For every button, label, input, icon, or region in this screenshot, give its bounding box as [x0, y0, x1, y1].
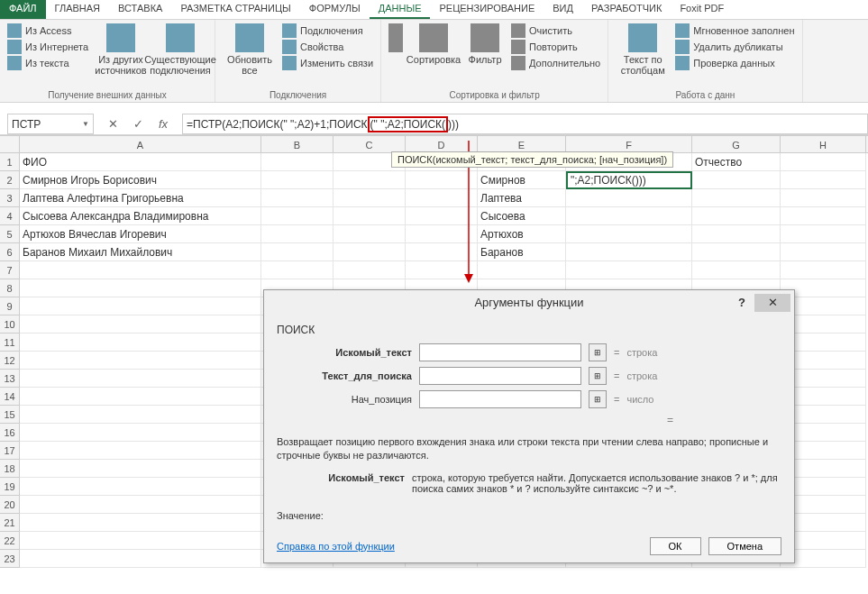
- row-header[interactable]: 7: [0, 261, 20, 279]
- row-header[interactable]: 2: [0, 171, 20, 189]
- cell[interactable]: Смирнов: [478, 171, 566, 189]
- cell[interactable]: [20, 514, 261, 532]
- sort-az[interactable]: [388, 23, 403, 38]
- col-header-C[interactable]: C: [333, 136, 406, 152]
- cell[interactable]: [20, 550, 261, 568]
- col-header-G[interactable]: G: [692, 136, 781, 152]
- cell[interactable]: [566, 261, 692, 279]
- cell[interactable]: [333, 171, 406, 189]
- cell[interactable]: [692, 171, 781, 189]
- cell[interactable]: [333, 261, 406, 279]
- select-all-corner[interactable]: [0, 136, 20, 152]
- row-header[interactable]: 4: [0, 207, 20, 225]
- ok-button[interactable]: ОК: [650, 537, 701, 555]
- cell[interactable]: [20, 424, 261, 442]
- cell[interactable]: [692, 261, 781, 279]
- arg3-range-btn[interactable]: ⊞: [589, 390, 607, 408]
- from-text[interactable]: Из текста: [7, 56, 88, 70]
- chevron-down-icon[interactable]: ▼: [82, 120, 89, 128]
- tab-formulas[interactable]: ФОРМУЛЫ: [300, 0, 370, 19]
- cell[interactable]: [333, 207, 406, 225]
- row-header[interactable]: 15: [0, 406, 20, 424]
- col-header-H[interactable]: H: [781, 136, 866, 152]
- cell[interactable]: [20, 460, 261, 478]
- row-header[interactable]: 21: [0, 514, 20, 532]
- cell[interactable]: ФИО: [20, 153, 261, 171]
- arg3-input[interactable]: [419, 390, 581, 408]
- cell[interactable]: ";A2;ПОИСК())): [566, 171, 692, 189]
- cell[interactable]: [406, 261, 478, 279]
- cell[interactable]: [261, 189, 333, 207]
- formula-input[interactable]: =ПСТР(A2;ПОИСК(" ";A2)+1;ПОИСК(" ";A2;ПО…: [182, 114, 868, 134]
- col-header-A[interactable]: A: [20, 136, 261, 152]
- cell[interactable]: [781, 261, 866, 279]
- col-header-B[interactable]: B: [261, 136, 333, 152]
- cell[interactable]: [20, 406, 261, 424]
- cell[interactable]: [261, 243, 333, 261]
- cell[interactable]: [692, 243, 781, 261]
- cell[interactable]: Лаптева: [478, 189, 566, 207]
- data-validation[interactable]: Проверка данных: [675, 56, 794, 70]
- cell[interactable]: [781, 207, 866, 225]
- cell[interactable]: [406, 171, 478, 189]
- cell[interactable]: [566, 207, 692, 225]
- cell[interactable]: [781, 153, 866, 171]
- remove-dup[interactable]: Удалить дубликаты: [675, 40, 794, 54]
- sort-btn[interactable]: Сортировка: [408, 23, 459, 65]
- cell[interactable]: Сысоева Александра Владимировна: [20, 207, 261, 225]
- connections[interactable]: Подключения: [282, 23, 373, 38]
- row-header[interactable]: 5: [0, 225, 20, 243]
- cell[interactable]: [692, 225, 781, 243]
- row-header[interactable]: 6: [0, 243, 20, 261]
- row-header[interactable]: 18: [0, 460, 20, 478]
- cell[interactable]: [20, 261, 261, 279]
- flash-fill[interactable]: Мгновенное заполнен: [675, 23, 794, 38]
- tab-view[interactable]: ВИД: [544, 0, 582, 19]
- dialog-help-link[interactable]: Справка по этой функции: [277, 541, 395, 552]
- cell[interactable]: Артюхов: [478, 225, 566, 243]
- existing-conn[interactable]: Существующие подключения: [153, 23, 207, 76]
- row-header[interactable]: 10: [0, 315, 20, 334]
- cell[interactable]: Смирнов Игорь Борисович: [20, 171, 261, 189]
- cell[interactable]: [781, 225, 866, 243]
- cell[interactable]: Сысоева: [478, 207, 566, 225]
- row-header[interactable]: 1: [0, 153, 20, 171]
- advanced-filter[interactable]: Дополнительно: [511, 56, 600, 70]
- edit-links[interactable]: Изменить связи: [282, 56, 373, 70]
- insert-function[interactable]: fx: [155, 116, 171, 133]
- row-header[interactable]: 14: [0, 388, 20, 406]
- dialog-close-button[interactable]: ✕: [754, 294, 790, 312]
- cell[interactable]: [261, 207, 333, 225]
- row-header[interactable]: 23: [0, 550, 20, 568]
- cell[interactable]: Баранов Михаил Михайлович: [20, 243, 261, 261]
- cell[interactable]: [20, 478, 261, 496]
- tab-data[interactable]: ДАННЫЕ: [370, 0, 431, 19]
- cell[interactable]: [406, 189, 478, 207]
- cell[interactable]: [20, 297, 261, 315]
- row-header[interactable]: 22: [0, 532, 20, 550]
- cancel-button[interactable]: Отмена: [708, 537, 781, 555]
- refresh-all[interactable]: Обновить все: [223, 23, 277, 76]
- row-header[interactable]: 12: [0, 352, 20, 370]
- from-web[interactable]: Из Интернета: [7, 40, 88, 54]
- cell[interactable]: [20, 496, 261, 514]
- cell[interactable]: [566, 189, 692, 207]
- name-box[interactable]: ПСТР▼: [7, 114, 94, 134]
- arg2-input[interactable]: [419, 367, 581, 385]
- cell[interactable]: [406, 207, 478, 225]
- cell[interactable]: [261, 261, 333, 279]
- from-access[interactable]: Из Access: [7, 23, 88, 38]
- cell[interactable]: [566, 243, 692, 261]
- cell[interactable]: [406, 243, 478, 261]
- tab-home[interactable]: ГЛАВНАЯ: [46, 0, 109, 19]
- tab-pagelayout[interactable]: РАЗМЕТКА СТРАНИЦЫ: [171, 0, 299, 19]
- cell[interactable]: Артюхов Вячеслав Игоревич: [20, 225, 261, 243]
- row-header[interactable]: 8: [0, 279, 20, 297]
- cell[interactable]: [333, 189, 406, 207]
- cell[interactable]: [406, 225, 478, 243]
- sort-za[interactable]: [388, 38, 403, 52]
- col-header-D[interactable]: D: [406, 136, 478, 152]
- cell[interactable]: [20, 352, 261, 370]
- cell[interactable]: [20, 442, 261, 460]
- cell[interactable]: [566, 225, 692, 243]
